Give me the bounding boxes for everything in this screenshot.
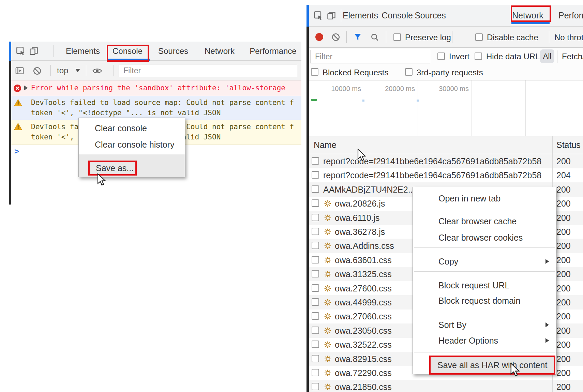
request-status: 204 [556,168,571,182]
tab-console[interactable]: Console [382,5,413,26]
request-name[interactable]: owa.36278.js [335,225,385,239]
device-toolbar-icon[interactable] [327,11,336,22]
clear-network-icon[interactable] [331,33,340,43]
live-expression-eye-icon[interactable] [92,67,102,76]
request-name[interactable]: owa.6110.js [335,211,380,225]
row-checkbox[interactable] [312,228,319,235]
row-checkbox[interactable] [312,256,319,263]
menu-item-clear-browser-cookies[interactable]: Clear browser cookies [413,230,556,245]
row-checkbox[interactable] [312,369,319,376]
menu-item-block-request-domain[interactable]: Block request domain [413,293,556,308]
request-name[interactable]: owa.20826.js [335,196,385,211]
divider [54,45,54,57]
record-icon[interactable] [315,33,323,41]
network-timeline-overview[interactable]: 10000 ms 20000 ms 30000 ms [309,80,583,136]
request-name[interactable]: report?code=f29141bbe6e1964ca567691a6db8… [323,168,541,182]
tab-sources[interactable]: Sources [415,5,446,26]
menu-item-header-options[interactable]: Header Options [413,333,556,348]
table-row[interactable]: report?code=f29141bbe6e1964ca567691a6db8… [309,154,583,168]
preserve-log-label: Preserve log [405,33,451,42]
blocked-requests-checkbox[interactable] [311,68,318,76]
tab-performance[interactable]: Performance [558,5,583,26]
hide-data-urls-checkbox[interactable] [475,52,482,60]
menu-item-block-request-url[interactable]: Block request URL [413,277,556,293]
disable-cache-checkbox[interactable] [475,33,483,41]
column-header-name[interactable]: Name [314,140,337,150]
tab-sources[interactable]: Sources [158,42,188,60]
request-name[interactable]: AAMkADBjZTU4N2E2... [323,182,415,197]
gear-icon [324,327,331,334]
row-checkbox[interactable] [312,355,319,362]
table-row[interactable]: report?code=f29141bbe6e1964ca567691a6db8… [309,168,583,182]
expand-triangle-icon[interactable] [24,86,28,90]
warning-icon [14,123,22,132]
divider [346,31,347,43]
row-checkbox[interactable] [312,270,319,277]
preserve-log-checkbox[interactable] [393,33,401,41]
request-name[interactable]: owa.72290.css [335,366,392,380]
menu-item-clear-browser-cache[interactable]: Clear browser cache [413,213,556,229]
row-checkbox[interactable] [312,312,319,320]
menu-item-clear-console-history[interactable]: Clear console history [79,137,184,152]
show-sidebar-icon[interactable] [15,66,24,77]
menu-item-copy[interactable]: Copy [413,254,556,269]
clear-console-icon[interactable] [33,66,42,77]
tab-elements[interactable]: Elements [66,42,100,60]
row-checkbox[interactable] [312,284,319,292]
column-header-status[interactable]: Status [556,140,581,150]
filter-fetch-xhr[interactable]: Fetch/XHR [562,52,583,61]
request-name[interactable]: owa.23050.css [335,323,392,338]
console-toolbar: top Filter [11,61,301,80]
console-error-row[interactable]: Error while parsing the 'sandbox' attrib… [11,80,301,96]
tab-network[interactable]: Network [205,42,235,60]
request-name[interactable]: owa.31325.css [335,267,392,281]
request-name[interactable]: owa.32522.css [335,337,392,352]
request-name[interactable]: owa.Addins.css [335,239,394,253]
gear-icon [324,355,331,363]
request-name[interactable]: owa.27600.css [335,281,392,296]
console-warning-row[interactable]: DevTools failed to load source map: Coul… [11,96,301,120]
filter-funnel-icon[interactable] [353,33,362,43]
row-checkbox[interactable] [312,214,319,221]
row-checkbox[interactable] [312,171,319,179]
mouse-cursor [509,363,521,378]
request-name[interactable]: report?code=f29141bbe6e1964ca567691a6db8… [323,154,541,168]
menu-separator [414,271,555,272]
console-prompt[interactable]: > [14,147,19,156]
menu-item-sort-by[interactable]: Sort By [413,317,556,333]
invert-checkbox[interactable] [437,52,445,60]
menu-item-open-in-new-tab[interactable]: Open in new tab [413,191,556,206]
menu-item-label: Sort By [438,320,466,330]
table-row[interactable]: owa.21850.css200 [309,380,583,392]
console-filter-input[interactable]: Filter [119,64,297,77]
request-status: 200 [556,337,571,352]
network-filter-input[interactable]: Filter [310,50,430,63]
filter-all-pill[interactable]: All [540,49,554,63]
tab-elements[interactable]: Elements [343,5,378,26]
throttling-dropdown[interactable]: No throttling [554,33,583,42]
request-name[interactable]: owa.63601.css [335,253,392,267]
row-checkbox[interactable] [312,341,319,348]
tab-performance[interactable]: Performance [250,42,296,60]
third-party-checkbox[interactable] [405,68,413,76]
row-checkbox[interactable] [312,298,319,306]
gear-icon [324,228,331,236]
context-selector[interactable]: top [57,66,68,75]
search-icon[interactable] [370,33,379,43]
row-checkbox[interactable] [312,185,319,193]
menu-item-clear-console[interactable]: Clear console [79,121,184,136]
row-checkbox[interactable] [312,327,319,334]
request-name[interactable]: owa.27060.css [335,309,392,323]
request-name[interactable]: owa.44999.css [335,295,392,310]
row-checkbox[interactable] [312,199,319,207]
device-toolbar-icon[interactable] [29,46,39,57]
row-checkbox[interactable] [312,383,319,390]
request-name[interactable]: owa.21850.css [335,380,392,392]
inspect-element-icon[interactable] [314,11,323,22]
inspect-element-icon[interactable] [16,46,26,57]
timeline-tick-label: 20000 ms [364,85,415,93]
request-name[interactable]: owa.82915.css [335,352,392,366]
row-checkbox[interactable] [312,242,319,249]
row-checkbox[interactable] [312,157,319,165]
chevron-down-icon [75,69,80,72]
